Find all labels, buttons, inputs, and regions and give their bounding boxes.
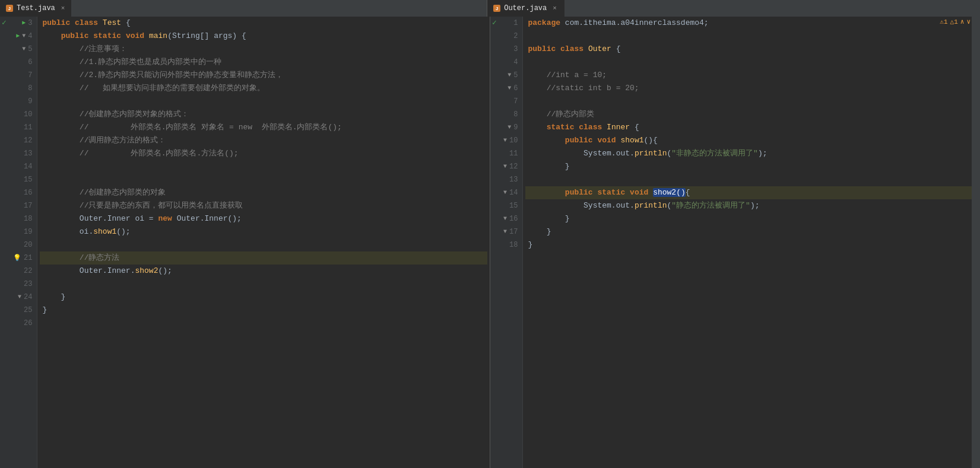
rln-2: 2 [503,30,518,43]
rln-4: 4 [503,56,518,69]
ln-7: 7 [13,69,32,82]
r-code-line-4 [525,56,978,69]
rln-9: ▼ 9 [503,121,518,134]
code-line-3: public class Test { [40,17,487,30]
rln-15: 15 [503,199,518,212]
rln-1: 1 [503,17,518,30]
right-editor-scroll[interactable]: 1 2 3 4 ▼ 5 ▼ 6 7 8 ▼ 9 [490,17,980,468]
r-code-line-14: public static void show2(){ [525,186,978,199]
left-check-mark: ✓ [2,17,7,30]
rln-7: 7 [503,95,518,108]
left-line-numbers: ▶ 3 ▶ ▼ 4 ▼ 5 6 7 8 9 1 [8,17,37,468]
code-line-21: //静态方法 [40,251,487,265]
tab-test-java-label: Test.java [17,4,55,12]
code-line-23 [40,278,487,291]
code-line-26 [40,317,487,330]
r-code-line-2 [525,30,978,43]
code-line-18: Outer.Inner oi = new Outer.Inner(); [40,212,487,225]
code-line-11: // 外部类名.内部类名 对象名 = new 外部类名.内部类名(); [40,121,487,134]
ln-20: 20 [13,238,32,251]
right-scrollbar[interactable] [972,17,980,468]
right-code-lines[interactable]: package com.itheima.a04innerclassdemo4; … [523,17,980,468]
r-code-line-11: System.out.println("非静态的方法被调用了"); [525,147,978,160]
fold-btn-r10[interactable]: ▼ [503,134,507,147]
ln-12: 12 [13,134,32,147]
run-btn-4[interactable]: ▶ [16,30,20,43]
fold-btn-r12[interactable]: ▼ [503,160,507,173]
right-line-numbers: 1 2 3 4 ▼ 5 ▼ 6 7 8 ▼ 9 [499,17,523,468]
r-code-line-1: package com.itheima.a04innerclassdemo4; [525,17,978,30]
rln-6: ▼ 6 [503,82,518,95]
tab-test-java-close[interactable]: × [61,5,65,12]
fold-btn-5[interactable]: ▼ [22,43,26,56]
code-line-25: } [40,304,487,317]
ln-9: 9 [13,95,32,108]
run-btn-3[interactable]: ▶ [22,17,26,30]
ln-10: 10 [13,108,32,121]
rln-18: 18 [503,238,518,251]
ln-19: 19 [13,225,32,238]
java-file-icon-outer: J [493,5,500,12]
fold-btn-24[interactable]: ▼ [18,291,21,304]
ln-24: ▼ 24 [13,291,32,304]
warning-count: ⚠1 [940,18,947,26]
code-line-19: oi.show1(); [40,225,487,238]
code-line-7: //2.静态内部类只能访问外部类中的静态变量和静态方法， [40,69,487,82]
code-line-15 [40,173,487,186]
ln-22: 22 [13,265,32,278]
ln-23: 23 [13,278,32,291]
tab-bar: J Test.java × J Outer.java × [0,0,980,17]
r-code-line-15: System.out.println("静态的方法被调用了"); [525,199,978,212]
fold-btn-r9[interactable]: ▼ [508,121,511,134]
left-editor-scroll[interactable]: ▶ 3 ▶ ▼ 4 ▼ 5 6 7 8 9 1 [0,17,490,468]
tab-test-java[interactable]: J Test.java × [0,0,71,17]
bulb-icon-21[interactable]: 💡 [13,251,21,265]
r-code-line-17: } [525,225,978,238]
r-code-line-3: public class Outer { [525,43,978,56]
ln-11: 11 [13,121,32,134]
left-code-lines[interactable]: public class Test { public static void m… [37,17,490,468]
error-count: △1 [950,18,958,26]
ln-5: ▼ 5 [13,43,32,56]
left-editor-pane: ✓ ▶ 3 ▶ ▼ 4 ▼ 5 [0,17,490,468]
nav-down[interactable]: ∨ [966,18,971,26]
fold-btn-r16[interactable]: ▼ [503,212,507,225]
fold-btn-4[interactable]: ▼ [22,30,26,43]
rln-17: ▼ 17 [503,225,518,238]
rln-16: ▼ 16 [503,212,518,225]
tab-outer-java-label: Outer.java [504,4,547,12]
ln-18: 18 [13,212,32,225]
fold-btn-r14[interactable]: ▼ [503,186,507,199]
rln-8: 8 [503,108,518,121]
code-line-12: //调用静态方法的格式： [40,134,487,147]
ln-13: 13 [13,147,32,160]
rln-13: 13 [503,173,518,186]
rln-12: ▼ 12 [503,160,518,173]
right-code-area: 1 2 3 4 ▼ 5 ▼ 6 7 8 ▼ 9 [499,17,980,468]
ln-14: 14 [13,160,32,173]
fold-btn-r17[interactable]: ▼ [503,225,507,238]
tab-outer-java[interactable]: J Outer.java × [487,0,564,17]
rln-14: ▼ 14 [503,186,518,199]
right-editor-pane: ⚠1 △1 ∧ ∨ ✓ 1 2 3 4 ▼ 5 [490,17,980,468]
code-line-5: //注意事项： [40,43,487,56]
r-code-line-18: } [525,238,978,251]
ln-25: 25 [13,304,32,317]
code-line-14 [40,160,487,173]
fold-btn-r6[interactable]: ▼ [508,82,511,95]
r-code-line-9: static class Inner { [525,121,978,134]
r-code-line-10: public void show1(){ [525,134,978,147]
fold-btn-r5[interactable]: ▼ [508,69,511,82]
r-code-line-8: //静态内部类 [525,108,978,121]
r-code-line-13 [525,173,978,186]
warning-indicators: ⚠1 △1 ∧ ∨ [940,18,971,26]
ln-4: ▶ ▼ 4 [13,30,32,43]
code-line-4: public static void main(String[] args) { [40,30,487,43]
editor-container: ✓ ▶ 3 ▶ ▼ 4 ▼ 5 [0,17,980,468]
tab-outer-java-close[interactable]: × [553,5,557,12]
nav-up[interactable]: ∧ [960,18,965,26]
rln-5: ▼ 5 [503,69,518,82]
rln-11: 11 [503,147,518,160]
r-code-line-6: //static int b = 20; [525,82,978,95]
code-line-10: //创建静态内部类对象的格式： [40,108,487,121]
